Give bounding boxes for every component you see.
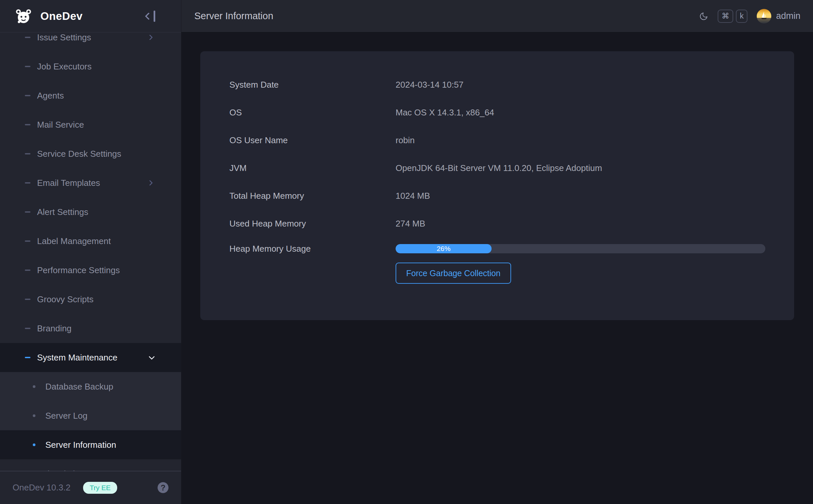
spacer: [230, 263, 396, 284]
sidebar-item-agents[interactable]: Agents: [0, 81, 181, 110]
row-label: OS: [230, 107, 396, 118]
sidebar-item-alert-settings[interactable]: Alert Settings: [0, 197, 181, 227]
sidebar-collapse-button[interactable]: [146, 11, 155, 22]
row-label: OS User Name: [230, 135, 396, 146]
dash-icon: [25, 299, 30, 300]
sidebar-item-performance-settings[interactable]: Performance Settings: [0, 256, 181, 285]
dash-icon: [25, 153, 30, 154]
sidebar-item-label: Service Desk Settings: [37, 149, 121, 159]
info-row-heap-memory-usage: Heap Memory Usage 26%: [230, 237, 794, 260]
sidebar-item-system-maintenance[interactable]: System Maintenance: [0, 343, 181, 372]
dash-icon: [25, 240, 30, 242]
heap-usage-progress-bar: 26%: [396, 244, 765, 253]
row-value: Mac OS X 14.3.1, x86_64: [396, 107, 494, 118]
sidebar-item-database-backup[interactable]: Database Backup: [0, 372, 181, 401]
sidebar-item-label: Label Management: [37, 236, 111, 246]
system-maintenance-submenu: Database Backup Server Log Server Inform…: [0, 372, 181, 459]
info-row-jvm: JVM OpenJDK 64-Bit Server VM 11.0.20, Ec…: [230, 154, 794, 182]
sidebar-item-email-templates[interactable]: Email Templates: [0, 168, 181, 197]
try-ee-badge[interactable]: Try EE: [83, 482, 117, 494]
sidebar-item-label: Email Templates: [37, 178, 100, 188]
help-icon[interactable]: ?: [157, 482, 168, 493]
row-value: 2024-03-14 10:57: [396, 80, 463, 90]
row-value: robin: [396, 135, 415, 146]
avatar[interactable]: [757, 9, 771, 23]
sidebar-item-groovy-scripts[interactable]: Groovy Scripts: [0, 285, 181, 314]
sidebar-item-label: Server Log: [45, 411, 87, 421]
info-row-system-date: System Date 2024-03-14 10:57: [230, 71, 794, 99]
sidebar-item-server-log[interactable]: Server Log: [0, 401, 181, 430]
chevron-down-icon: [149, 354, 154, 359]
sidebar-item-label: Job Executors: [37, 62, 92, 72]
sidebar-item-label: Database Backup: [45, 382, 113, 392]
page-title: Server Information: [194, 11, 274, 21]
k-key-icon: k: [736, 10, 748, 23]
sidebar-item-label-management[interactable]: Label Management: [0, 227, 181, 256]
dash-icon: [25, 124, 30, 125]
sidebar-item-label: Groovy Scripts: [37, 294, 94, 305]
sidebar-item-issue-settings[interactable]: Issue Settings: [0, 32, 181, 52]
row-label: System Date: [230, 80, 396, 90]
chevron-left-icon: [145, 12, 152, 20]
info-row-os: OS Mac OS X 14.3.1, x86_64: [230, 99, 794, 126]
sidebar-header: OneDev: [0, 0, 181, 32]
bullet-icon: [33, 443, 35, 446]
dash-icon: [25, 95, 30, 96]
content: System Date 2024-03-14 10:57 OS Mac OS X…: [181, 32, 813, 504]
onedev-logo-icon: [13, 7, 34, 26]
sidebar-item-label: Subscription Management: [37, 469, 137, 471]
collapse-bar-icon: [153, 11, 155, 22]
gc-button-row: Force Garbage Collection: [230, 263, 794, 284]
dash-icon: [25, 270, 30, 271]
sidebar-item-label: System Maintenance: [37, 353, 117, 363]
sidebar-item-label: Performance Settings: [37, 265, 120, 275]
dash-icon: [25, 328, 30, 329]
dash-icon: [25, 357, 30, 358]
row-label: Total Heap Memory: [230, 191, 396, 201]
info-row-total-heap-memory: Total Heap Memory 1024 MB: [230, 182, 794, 210]
sidebar-item-server-information[interactable]: Server Information: [0, 430, 181, 459]
heap-usage-percent-label: 26%: [437, 245, 450, 253]
dark-mode-moon-icon[interactable]: [699, 12, 708, 21]
sidebar-item-job-executors[interactable]: Job Executors: [0, 52, 181, 81]
row-label: JVM: [230, 163, 396, 173]
dash-icon: [25, 66, 30, 67]
username[interactable]: admin: [776, 11, 800, 21]
info-row-os-user-name: OS User Name robin: [230, 126, 794, 154]
dash-icon: [25, 182, 30, 184]
row-value: OpenJDK 64-Bit Server VM 11.0.20, Eclips…: [396, 163, 602, 173]
dash-icon: [25, 211, 30, 213]
bullet-icon: [33, 414, 35, 417]
topbar-actions: ⌘ k: [699, 9, 800, 23]
heap-usage-progress-fill: 26%: [396, 244, 492, 253]
dash-icon: [25, 37, 30, 38]
sidebar-footer: OneDev 10.3.2 Try EE ?: [0, 471, 181, 504]
sidebar-item-subscription-management[interactable]: Subscription Management: [0, 459, 181, 471]
topbar: Server Information ⌘ k: [181, 0, 813, 32]
sidebar-item-branding[interactable]: Branding: [0, 314, 181, 343]
bullet-icon: [33, 385, 35, 388]
sidebar-item-label: Branding: [37, 323, 71, 334]
sidebar-item-label: Agents: [37, 91, 64, 101]
command-key-icon: ⌘: [718, 10, 733, 23]
main-area: Server Information ⌘ k: [181, 0, 813, 504]
info-row-used-heap-memory: Used Heap Memory 274 MB: [230, 210, 794, 237]
app-name: OneDev: [40, 10, 83, 22]
chevron-right-icon: [147, 180, 153, 186]
sidebar-item-mail-service[interactable]: Mail Service: [0, 110, 181, 139]
force-garbage-collection-button[interactable]: Force Garbage Collection: [396, 263, 511, 284]
row-value: 1024 MB: [396, 191, 430, 201]
sidebar-item-service-desk-settings[interactable]: Service Desk Settings: [0, 139, 181, 168]
row-label: Heap Memory Usage: [230, 244, 396, 254]
sidebar-item-label: Alert Settings: [37, 207, 88, 217]
sidebar-item-label: Issue Settings: [37, 32, 91, 43]
row-value: 274 MB: [396, 219, 425, 229]
row-label: Used Heap Memory: [230, 219, 396, 229]
sidebar-nav: Issue Settings Job Executors Agents Mail…: [0, 32, 181, 471]
chevron-right-icon: [147, 35, 153, 40]
sidebar: OneDev Issue Settings Job Executors Agen…: [0, 0, 181, 504]
search-shortcut[interactable]: ⌘ k: [718, 10, 748, 23]
sidebar-item-label: Server Information: [45, 440, 116, 450]
sidebar-item-label: Mail Service: [37, 120, 84, 130]
server-info-card: System Date 2024-03-14 10:57 OS Mac OS X…: [200, 51, 794, 320]
